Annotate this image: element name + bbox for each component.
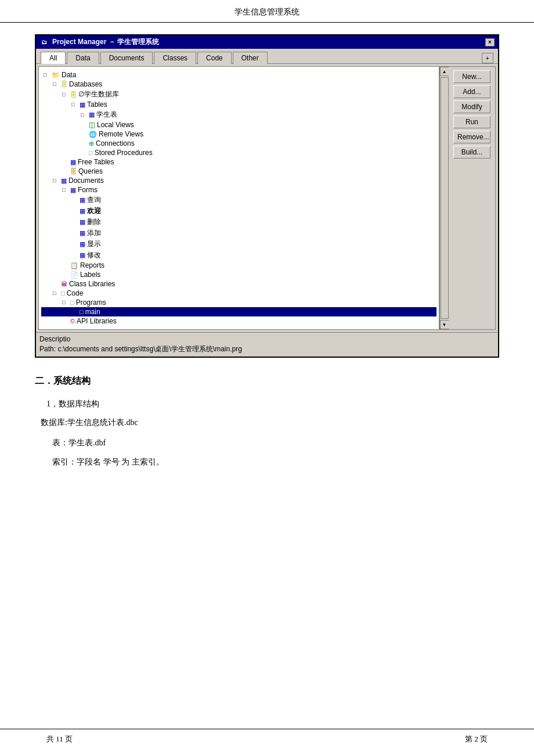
window-icon: 🗂 — [39, 38, 49, 47]
tree-label-programs: Programs — [76, 298, 106, 307]
connections-icon: ⊕ — [89, 140, 94, 147]
expand-icon — [81, 150, 88, 156]
expand-icon — [71, 309, 78, 315]
documents-icon: ▦ — [61, 177, 67, 185]
form-query-icon: ▦ — [80, 196, 85, 204]
tree-item-form-display[interactable]: ▦ 显示 — [41, 239, 436, 250]
tree-label-queries: Queries — [78, 167, 103, 175]
tab-data[interactable]: Data — [67, 52, 99, 64]
remove-button[interactable]: Remove... — [453, 131, 490, 143]
code-icon: □ — [61, 290, 65, 297]
expand-icon: □ — [53, 178, 60, 183]
tree-item-form-welcome[interactable]: ▦ 欢迎 — [41, 206, 436, 217]
folder-icon: 📁 — [52, 71, 60, 79]
tree-item-code[interactable]: □ □ Code — [41, 289, 436, 298]
tree-label-reports: Reports — [80, 261, 104, 269]
tree-label-studentdb: ∅学生数据库 — [78, 89, 119, 99]
expand-icon: □ — [53, 81, 60, 87]
tree-label-stored-procedures: Stored Procedures — [95, 149, 153, 157]
project-manager-window: 🗂 Project Manager － 学生管理系统 × All Data Do… — [35, 34, 499, 358]
reports-icon: 📋 — [70, 262, 78, 269]
tree-item-free-tables[interactable]: ▦ Free Tables — [41, 157, 436, 167]
tree-item-databases[interactable]: □ 🗄 Databases — [41, 80, 436, 89]
scroll-thumb[interactable] — [441, 77, 449, 319]
add-button[interactable]: Add... — [453, 85, 490, 98]
tree-label-main: main — [85, 308, 100, 316]
tab-classes[interactable]: Classes — [154, 52, 196, 64]
tree-item-local-views[interactable]: ◫ Local Views — [41, 120, 436, 129]
modify-button[interactable]: Modify — [453, 100, 490, 113]
tree-item-labels[interactable]: 📄 Labels — [41, 270, 436, 279]
main-icon: □ — [80, 308, 84, 315]
tab-code[interactable]: Code — [197, 52, 232, 64]
titlebar-left: 🗂 Project Manager － 学生管理系统 — [39, 37, 159, 47]
footer-total: 共 11 页 — [46, 734, 73, 744]
expand-icon — [71, 253, 78, 258]
tree-item-forms[interactable]: □ ▦ Forms — [41, 185, 436, 195]
tree-item-remote-views[interactable]: 🌐 Remote Views — [41, 129, 436, 139]
scrollbar[interactable]: ▲ ▼ — [439, 67, 449, 329]
tree-item-form-modify[interactable]: ▦ 修改 — [41, 250, 436, 261]
tab-other[interactable]: Other — [233, 52, 268, 64]
sub1-label: 1，数据库结构 — [46, 399, 499, 409]
free-tables-icon: ▦ — [70, 159, 76, 166]
remote-views-icon: 🌐 — [89, 131, 97, 138]
tree-item-programs[interactable]: □ □ Programs — [41, 298, 436, 307]
tree-item-form-add[interactable]: ▦ 添加 — [41, 228, 436, 239]
description-bar: Descriptio Path: c:\documents and settin… — [36, 332, 498, 357]
tree-item-documents[interactable]: □ ▦ Documents — [41, 176, 436, 185]
window-body: □ 📁 Data □ 🗄 Databases □ 🗄 ∅学生数据库 □ ▦ — [38, 66, 496, 330]
tree-item-reports[interactable]: 📋 Reports — [41, 261, 436, 270]
tree-item-studentdb[interactable]: □ 🗄 ∅学生数据库 — [41, 89, 436, 100]
tree-label-free-tables: Free Tables — [78, 158, 114, 166]
run-button[interactable]: Run — [453, 116, 490, 128]
tables-icon: ▦ — [80, 101, 85, 109]
tree-item-api-libraries[interactable]: © API Libraries — [41, 316, 436, 326]
tree-item-tables[interactable]: □ ▦ Tables — [41, 100, 436, 109]
scroll-down-arrow[interactable]: ▼ — [440, 320, 449, 329]
expand-icon — [62, 159, 69, 165]
programs-icon: □ — [70, 299, 74, 306]
stored-proc-icon: □ — [89, 149, 93, 156]
expand-icon — [62, 318, 69, 324]
scroll-up-arrow[interactable]: ▲ — [440, 67, 449, 76]
tree-label-form-modify: 修改 — [87, 250, 101, 260]
tree-label-code: Code — [67, 289, 84, 297]
table-text: 表：学生表.dbf — [52, 435, 499, 450]
tree-item-student-table[interactable]: □ ▦ 学生表 — [41, 109, 436, 120]
close-button[interactable]: × — [485, 38, 495, 46]
tree-item-data[interactable]: □ 📁 Data — [41, 70, 436, 80]
expand-icon — [71, 231, 78, 236]
section2-title: 二．系统结构 — [35, 375, 499, 387]
tab-all[interactable]: All — [41, 52, 66, 64]
expand-icon: □ — [62, 187, 69, 193]
tab-plus-button[interactable]: + — [482, 53, 493, 63]
new-button[interactable]: New... — [453, 70, 490, 83]
tree-label-form-add: 添加 — [87, 228, 101, 238]
expand-icon — [62, 262, 69, 268]
expand-icon — [71, 219, 78, 225]
path-row: Path: c:\documents and settings\lttsg\桌面… — [39, 344, 495, 355]
tree-item-form-query[interactable]: ▦ 查询 — [41, 195, 436, 206]
tree-item-connections[interactable]: ⊕ Connections — [41, 139, 436, 148]
tree-item-queries[interactable]: 🗄 Queries — [41, 167, 436, 176]
tree-item-form-delete[interactable]: ▦ 删除 — [41, 217, 436, 228]
page-header: 学生信息管理系统 — [0, 0, 534, 23]
expand-icon — [62, 168, 69, 174]
expand-icon — [81, 122, 88, 128]
expand-icon: □ — [62, 92, 69, 98]
tree-item-main[interactable]: □ main — [41, 307, 436, 316]
tab-documents[interactable]: Documents — [100, 52, 153, 64]
tree-item-stored-procedures[interactable]: □ Stored Procedures — [41, 148, 436, 157]
window-titlebar: 🗂 Project Manager － 学生管理系统 × — [36, 35, 498, 49]
tree-item-class-libraries[interactable]: 🏛 Class Libraries — [41, 279, 436, 289]
tree-label-tables: Tables — [87, 100, 107, 109]
expand-icon: □ — [81, 112, 88, 118]
path-value: c:\documents and settings\lttsg\桌面\学生管理系… — [57, 345, 241, 353]
local-views-icon: ◫ — [89, 121, 95, 129]
studentdb-icon: 🗄 — [70, 91, 77, 98]
expand-icon — [71, 242, 78, 247]
page-title: 学生信息管理系统 — [234, 8, 300, 16]
index-text: 索引：字段名 学号 为 主索引。 — [52, 455, 499, 469]
build-button[interactable]: Build... — [453, 146, 490, 159]
